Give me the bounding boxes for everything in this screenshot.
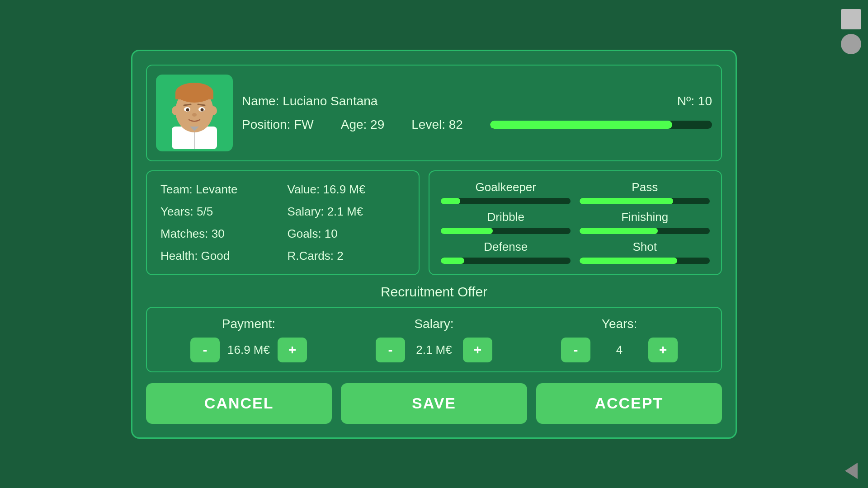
payment-field: Payment: - 16.9 M€ + [160, 317, 337, 362]
payment-controls: - 16.9 M€ + [190, 338, 307, 362]
skill-label: Shot [632, 240, 657, 254]
payment-label: Payment: [222, 317, 275, 331]
player-name: Name: Luciano Santana [242, 94, 377, 108]
team-info-box: Team: Levante Value: 16.9 M€ Years: 5/5 … [146, 170, 420, 275]
value-value: 16.9 M€ [323, 183, 365, 196]
skill-label: Pass [632, 180, 658, 194]
player-name-value: Luciano Santana [283, 94, 377, 108]
player-age-value: 29 [370, 117, 384, 131]
goals-value: 10 [325, 227, 338, 240]
scroll-arrow[interactable] [845, 463, 858, 479]
years-label: Years: [602, 317, 637, 331]
player-level-value: 82 [449, 117, 463, 131]
player-position-value: FW [294, 117, 314, 131]
svg-point-14 [192, 113, 197, 117]
rcards-label: R.Cards: 2 [287, 249, 405, 263]
scroll-circle[interactable] [841, 34, 861, 54]
accept-button[interactable]: ACCEPT [536, 383, 722, 424]
salary-field: Salary: - 2.1 M€ + [346, 317, 522, 362]
level-bar [490, 121, 712, 129]
svg-line-12 [184, 104, 191, 105]
save-button[interactable]: SAVE [341, 383, 527, 424]
salary-label: Salary: 2.1 M€ [287, 205, 405, 219]
payment-plus-button[interactable]: + [278, 338, 307, 362]
team-value: Levante [196, 183, 238, 196]
player-level: Level: 82 [411, 117, 463, 132]
years-label: Years: 5/5 [160, 205, 278, 219]
years-plus-button[interactable]: + [648, 338, 678, 362]
payment-minus-button[interactable]: - [190, 338, 220, 362]
svg-point-10 [186, 108, 189, 111]
skill-bar-bg [580, 258, 710, 264]
skill-bar-fill [441, 228, 493, 234]
skill-bar-bg [580, 228, 710, 234]
skill-item-defense: Defense [441, 240, 571, 265]
salary-plus-button[interactable]: + [463, 338, 492, 362]
scroll-square[interactable] [841, 9, 861, 29]
player-number: Nº: 10 [677, 94, 712, 108]
svg-point-6 [172, 106, 179, 115]
skills-box: Goalkeeper Pass Dribble Finishing Defens… [429, 170, 722, 275]
player-position: Position: FW [242, 117, 314, 132]
skill-bar-fill [441, 258, 464, 264]
years-minus-button[interactable]: - [561, 338, 590, 362]
player-details: Name: Luciano Santana Nº: 10 Position: F… [242, 94, 712, 132]
value-label: Value: 16.9 M€ [287, 183, 405, 197]
level-bar-fill [490, 121, 672, 129]
svg-rect-5 [175, 93, 213, 99]
skill-bar-fill [441, 198, 460, 204]
skill-bar-bg [441, 228, 571, 234]
team-label: Team: Levante [160, 183, 278, 197]
skill-item-goalkeeper: Goalkeeper [441, 180, 571, 206]
player-stats-row: Position: FW Age: 29 Level: 82 [242, 117, 712, 132]
skill-item-dribble: Dribble [441, 210, 571, 235]
skill-item-shot: Shot [580, 240, 710, 265]
svg-point-11 [201, 108, 204, 111]
player-number-value: 10 [698, 94, 712, 108]
player-header: Name: Luciano Santana Nº: 10 Position: F… [146, 65, 722, 161]
recruitment-box: Payment: - 16.9 M€ + Salary: - 2.1 M€ + … [146, 307, 722, 372]
salary-label: Salary: [414, 317, 453, 331]
years-field: Years: - 4 + [531, 317, 708, 362]
salary-controls: - 2.1 M€ + [376, 338, 492, 362]
player-name-row: Name: Luciano Santana Nº: 10 [242, 94, 712, 108]
skill-bar-bg [441, 198, 571, 204]
main-panel: Name: Luciano Santana Nº: 10 Position: F… [131, 50, 737, 439]
matches-value: 30 [212, 227, 225, 240]
right-sidebar [834, 0, 868, 488]
middle-section: Team: Levante Value: 16.9 M€ Years: 5/5 … [146, 170, 722, 275]
salary-value: 2.1 M€ [411, 343, 457, 357]
skill-bar-fill [580, 198, 673, 204]
years-value: 5/5 [197, 205, 213, 218]
skill-label: Dribble [487, 210, 524, 224]
skill-bar-fill [580, 258, 677, 264]
health-value: Good [201, 249, 230, 263]
cancel-button[interactable]: CANCEL [146, 383, 332, 424]
skill-bar-bg [441, 258, 571, 264]
salary-minus-button[interactable]: - [376, 338, 405, 362]
years-value: 4 [597, 343, 642, 357]
svg-line-13 [198, 104, 205, 105]
skill-label: Goalkeeper [476, 180, 536, 194]
svg-point-7 [210, 106, 217, 115]
skill-item-finishing: Finishing [580, 210, 710, 235]
health-label: Health: Good [160, 249, 278, 263]
rcards-value: 2 [337, 249, 343, 263]
player-age: Age: 29 [341, 117, 385, 132]
salary-value: 2.1 M€ [327, 205, 363, 218]
skill-label: Defense [484, 240, 528, 254]
matches-label: Matches: 30 [160, 227, 278, 241]
skill-item-pass: Pass [580, 180, 710, 206]
payment-value: 16.9 M€ [226, 343, 271, 357]
years-controls: - 4 + [561, 338, 678, 362]
action-buttons: CANCEL SAVE ACCEPT [146, 383, 722, 424]
recruitment-title: Recruitment Offer [146, 284, 722, 300]
goals-label: Goals: 10 [287, 227, 405, 241]
skill-bar-fill [580, 228, 658, 234]
skill-label: Finishing [621, 210, 668, 224]
skill-bar-bg [580, 198, 710, 204]
player-avatar [156, 75, 233, 151]
